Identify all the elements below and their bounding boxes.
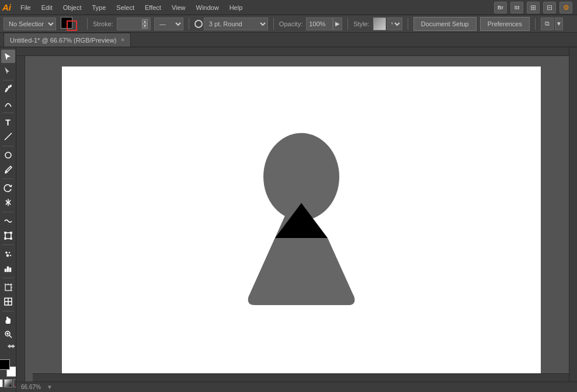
svg-rect-12	[5, 269, 6, 272]
artboard-tool-btn[interactable]	[1, 281, 15, 294]
preferences-button[interactable]: Preferences	[480, 17, 530, 31]
tab-bar: Untitled-1* @ 66.67% (RGB/Preview) ×	[0, 33, 577, 47]
menu-view[interactable]: View	[167, 3, 190, 12]
opacity-input[interactable]	[306, 18, 333, 30]
svg-rect-6	[5, 238, 6, 239]
menu-window[interactable]: Window	[192, 3, 224, 12]
menu-object[interactable]: Object	[58, 3, 86, 12]
menu-bar: Ai File Edit Object Type Select Effect V…	[0, 0, 577, 15]
selection-tool-btn[interactable]	[1, 50, 15, 63]
stroke-down[interactable]: ▼	[142, 24, 148, 29]
style-label: Style:	[353, 20, 370, 27]
svg-point-9	[9, 252, 10, 253]
layout-btn[interactable]: ⊟	[543, 2, 556, 13]
warp-tool-btn[interactable]	[1, 215, 15, 228]
gradient-mode-btn[interactable]	[4, 379, 12, 387]
slice-tool-btn[interactable]	[1, 295, 15, 308]
divider-5	[408, 18, 408, 30]
svg-rect-5	[11, 232, 12, 233]
menu-file[interactable]: File	[16, 3, 36, 12]
brush-icon	[194, 20, 203, 28]
stroke-spinner[interactable]: ▲ ▼	[142, 19, 148, 29]
hand-tool-btn[interactable]	[1, 314, 15, 327]
opacity-label: Opacity:	[279, 20, 303, 27]
ai-logo: Ai	[2, 2, 11, 12]
left-ruler	[16, 56, 25, 384]
toolbar-sep-4	[2, 178, 14, 179]
toolbar-sep-6	[2, 244, 14, 245]
options-bar: No Selection Stroke: ▲ ▼ — 3 pt. Round O…	[0, 15, 577, 33]
brush-size-select[interactable]: 3 pt. Round	[204, 18, 268, 30]
divider-3	[273, 18, 274, 30]
status-text: ▼	[47, 384, 53, 390]
workspace-btn[interactable]: ⊞	[527, 2, 540, 13]
free-transform-btn[interactable]	[1, 229, 15, 242]
no-selection-dropdown[interactable]: No Selection	[4, 18, 56, 30]
canvas-area: 66.67% ▼	[16, 47, 577, 392]
swap-arrow[interactable]	[0, 344, 16, 357]
shape-tool-btn[interactable]	[1, 149, 15, 162]
curvature-tool-btn[interactable]	[1, 97, 15, 110]
svg-line-26	[9, 335, 12, 338]
toolbar-sep-2	[2, 113, 14, 113]
stroke-up[interactable]: ▲	[142, 19, 148, 24]
stock-btn[interactable]: St	[510, 2, 523, 13]
status-bar: 66.67% ▼	[16, 382, 577, 392]
color-area	[0, 342, 16, 390]
menu-type[interactable]: Type	[88, 3, 111, 12]
svg-point-0	[11, 86, 12, 87]
main-area: T	[0, 47, 577, 392]
graph-tool-btn[interactable]	[1, 262, 15, 275]
document-tab[interactable]: Untitled-1* @ 66.67% (RGB/Preview) ×	[4, 33, 131, 47]
svg-rect-14	[9, 268, 11, 272]
svg-line-1	[5, 133, 12, 140]
type-tool-btn[interactable]: T	[1, 116, 15, 129]
arrange-dropdown-btn[interactable]: ▼	[555, 18, 563, 30]
vertical-scrollbar[interactable]	[569, 47, 577, 382]
stroke-label: Stroke:	[93, 20, 113, 27]
opacity-area: ▶	[306, 18, 342, 30]
zoom-tool-btn[interactable]	[1, 328, 15, 341]
style-swatch[interactable]	[373, 18, 386, 30]
paintbrush-tool-btn[interactable]	[1, 163, 15, 176]
rotate-tool-btn[interactable]	[1, 181, 15, 195]
stroke-input[interactable]	[120, 18, 141, 30]
tab-close-icon[interactable]: ×	[121, 37, 124, 43]
toolbar-sep-3	[2, 146, 14, 146]
menu-select[interactable]: Select	[112, 3, 139, 12]
svg-point-8	[5, 252, 7, 254]
symbol-tool-btn[interactable]	[1, 247, 15, 261]
left-toolbar: T	[0, 47, 16, 392]
arrange-btn[interactable]: ⧉	[541, 18, 554, 30]
reflect-tool-btn[interactable]	[1, 196, 15, 209]
divider-2	[189, 18, 189, 30]
horizontal-scrollbar[interactable]	[33, 373, 569, 382]
opacity-expand-btn[interactable]: ▶	[333, 18, 342, 30]
toolbar-sep-8	[2, 311, 14, 312]
divider-4	[347, 18, 348, 30]
foreground-color-swatch[interactable]	[0, 359, 10, 370]
line-tool-btn[interactable]	[1, 130, 15, 143]
zoom-level: 66.67%	[21, 384, 41, 390]
pen-tool-btn[interactable]	[1, 83, 15, 96]
direct-selection-tool-btn[interactable]	[1, 64, 15, 77]
bridge-btn[interactable]: Br	[494, 2, 507, 13]
document-setup-button[interactable]: Document Setup	[413, 17, 477, 31]
menu-effect[interactable]: Effect	[140, 3, 166, 12]
divider-6	[535, 18, 536, 30]
menu-edit[interactable]: Edit	[37, 3, 57, 12]
menu-help[interactable]: Help	[225, 3, 248, 12]
tab-title: Untitled-1* @ 66.67% (RGB/Preview)	[10, 37, 116, 44]
svg-rect-4	[5, 232, 6, 233]
fill-mode-btn[interactable]	[0, 379, 3, 387]
stroke-swatch[interactable]	[67, 20, 77, 31]
divider-1	[87, 18, 88, 30]
toolbar-sep-5	[2, 212, 14, 212]
figure-svg	[231, 121, 371, 308]
sync-btn[interactable]: ⚙	[559, 2, 572, 13]
style-select[interactable]: ▼	[387, 18, 402, 30]
svg-point-10	[6, 254, 9, 257]
brush-size-area: 3 pt. Round	[194, 18, 268, 30]
stroke-style-dropdown[interactable]: —	[154, 18, 183, 30]
stroke-value-box[interactable]: ▲ ▼	[117, 18, 151, 30]
